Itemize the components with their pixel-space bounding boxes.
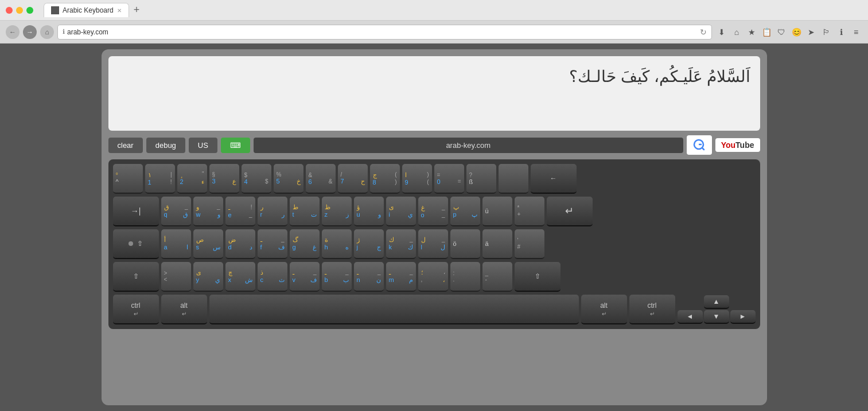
emoji-icon[interactable]: 😊	[790, 26, 803, 38]
key-e[interactable]: ـ! e_	[225, 197, 255, 226]
tab-bar: Arabic Keyboard ✕ +	[44, 3, 139, 17]
alt-right-key[interactable]: alt ↵	[581, 295, 627, 324]
key-m[interactable]: ـ_ mم	[386, 262, 416, 292]
download-icon[interactable]: ⬇	[715, 26, 728, 38]
key-p[interactable]: پ pپ	[450, 197, 480, 226]
forward-button[interactable]: →	[23, 25, 37, 39]
key-d[interactable]: ض dد	[225, 229, 255, 259]
tab-arabic-keyboard[interactable]: Arabic Keyboard ✕	[44, 3, 129, 17]
alt-left-key[interactable]: alt ↵	[161, 295, 207, 324]
key-h[interactable]: ة hه	[322, 229, 352, 259]
key-j[interactable]: ژ jج	[354, 229, 384, 259]
key-r[interactable]: ر rر	[258, 197, 287, 226]
youtube-button[interactable]: YouTube	[715, 138, 760, 152]
key-minus[interactable]: ? ß	[466, 164, 496, 194]
arrow-right-key[interactable]: ►	[730, 310, 756, 324]
key-t[interactable]: ط tت	[290, 197, 320, 226]
key-1[interactable]: ١| 1!	[145, 164, 175, 194]
ctrl-left-key[interactable]: ctrl ↵	[113, 295, 159, 324]
text-area[interactable]: اَلسَّلامُ عَلَيـكُم، كَيفَ حَالـك؟	[108, 56, 760, 131]
key-a[interactable]: أ aا	[161, 229, 191, 259]
alt-symbol: ↵	[182, 311, 186, 317]
arabic-text-display: اَلسَّلامُ عَلَيـكُم، كَيفَ حَالـك؟	[118, 65, 751, 88]
arrow-up-key[interactable]: ▲	[704, 295, 729, 309]
key-uuml[interactable]: ü	[482, 197, 512, 226]
key-6[interactable]: & 6&	[306, 164, 336, 194]
key-ouml[interactable]: ö	[450, 229, 480, 259]
url-bar[interactable]: ℹ arab-key.com ↻	[57, 25, 712, 40]
key-8[interactable]: ج( 8)	[370, 164, 400, 194]
tab-close-icon[interactable]: ✕	[117, 7, 122, 14]
backspace-key[interactable]: ←	[531, 164, 577, 194]
space-key[interactable]	[209, 295, 579, 324]
debug-button[interactable]: debug	[146, 138, 185, 153]
enter-key[interactable]: ↵	[547, 197, 593, 226]
key-hash[interactable]: ' #	[515, 229, 544, 259]
clear-button[interactable]: clear	[108, 138, 143, 153]
key-4[interactable]: $ 4$	[242, 164, 271, 194]
star-icon[interactable]: ★	[745, 26, 758, 38]
key-7[interactable]: / 7ح	[338, 164, 368, 194]
key-f[interactable]: ـ_ fف	[258, 229, 287, 259]
back-button[interactable]: ←	[6, 25, 20, 39]
key-u[interactable]: ؤ uو	[354, 197, 384, 226]
us-button[interactable]: US	[189, 138, 217, 153]
arrow-keys: ▲ ◄ ▼ ►	[678, 295, 756, 324]
arrow-down-key[interactable]: ▼	[704, 310, 729, 324]
key-9[interactable]: ا) 9(	[402, 164, 432, 194]
ctrl-right-symbol: ↵	[650, 311, 655, 317]
key-shift-extra[interactable]: > <	[161, 262, 191, 292]
shift-right-key[interactable]: ⇧	[515, 262, 560, 292]
menu-icon[interactable]: ≡	[850, 26, 862, 38]
key-g[interactable]: گ gغ	[290, 229, 320, 259]
key-plus[interactable]: * +	[515, 197, 544, 226]
keyboard-toggle-button[interactable]: ⌨	[221, 138, 250, 153]
shield-icon[interactable]: 🛡	[775, 26, 788, 38]
maximize-button[interactable]	[26, 7, 33, 14]
shift-left-key[interactable]: ⇧	[113, 262, 159, 292]
key-s[interactable]: ص sس	[193, 229, 223, 259]
key-k[interactable]: ك_ kك	[386, 229, 416, 259]
key-0[interactable]: = 0=	[434, 164, 464, 194]
key-o[interactable]: غ_ o_	[418, 197, 448, 226]
key-equal[interactable]	[499, 164, 528, 194]
close-button[interactable]	[6, 7, 13, 14]
key-3[interactable]: § 3ع	[209, 164, 239, 194]
flag-icon[interactable]: 🏳	[820, 26, 832, 38]
info-icon[interactable]: ℹ	[835, 26, 847, 38]
reload-button[interactable]: ↻	[700, 28, 707, 37]
google-search-button[interactable]	[687, 135, 712, 155]
key-v[interactable]: ـ_ vف	[290, 262, 320, 292]
key-b[interactable]: ـ_ bب	[322, 262, 352, 292]
home-icon[interactable]: ⌂	[730, 26, 743, 38]
key-c[interactable]: ذ cث	[258, 262, 287, 292]
key-slash[interactable]: _ -	[482, 262, 512, 292]
tab-key[interactable]: →|	[113, 197, 159, 226]
arrow-left-key[interactable]: ◄	[678, 310, 703, 324]
key-comma[interactable]: ؛، ,،	[418, 262, 448, 292]
caps-lock-key[interactable]: ⇧	[113, 229, 159, 259]
key-n[interactable]: ـ_ nن	[354, 262, 384, 292]
home-button[interactable]: ⌂	[40, 25, 54, 39]
key-y[interactable]: ى yي	[193, 262, 223, 292]
key-2[interactable]: ٕ" 2ء	[177, 164, 207, 194]
bookmark-icon[interactable]: 📋	[760, 26, 773, 38]
tab-favicon	[51, 6, 59, 14]
key-z[interactable]: ظ zز	[322, 197, 352, 226]
key-period[interactable]: : .	[450, 262, 480, 292]
ctrl-right-key[interactable]: ctrl ↵	[629, 295, 675, 324]
key-grave[interactable]: ° ^	[113, 164, 143, 194]
minimize-button[interactable]	[16, 7, 23, 14]
key-i[interactable]: ى iي	[386, 197, 416, 226]
key-q[interactable]: ق_ qق	[161, 197, 191, 226]
new-tab-button[interactable]: +	[134, 4, 140, 16]
key-l[interactable]: ل_ lل	[418, 229, 448, 259]
url-display: arab-key.com	[254, 138, 683, 153]
key-5[interactable]: % 5خ	[274, 164, 303, 194]
key-auml[interactable]: ä	[482, 229, 512, 259]
browser-titlebar: Arabic Keyboard ✕ +	[0, 0, 868, 21]
key-w[interactable]: و_ wو	[193, 197, 223, 226]
tab-title: Arabic Keyboard	[63, 6, 114, 14]
key-x[interactable]: چ xش	[225, 262, 255, 292]
send-icon[interactable]: ➤	[805, 26, 818, 38]
